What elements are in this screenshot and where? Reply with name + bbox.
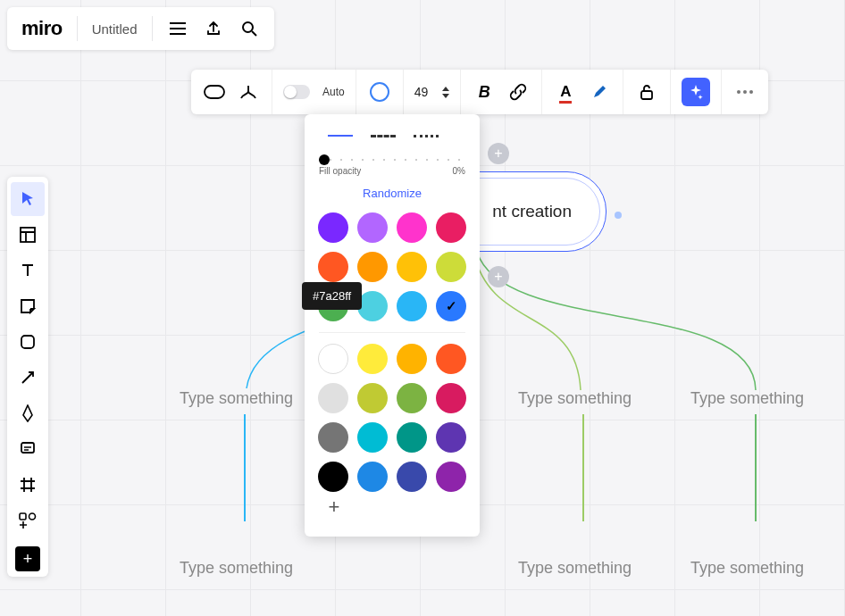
unlock-icon: [640, 84, 654, 100]
leaf-connector: [244, 414, 246, 521]
stroke-dashed[interactable]: [371, 129, 397, 143]
shape-rounded-button[interactable]: [202, 79, 227, 104]
auto-toggle[interactable]: [283, 85, 310, 99]
svg-rect-2: [641, 91, 652, 99]
shape-tool[interactable]: [11, 325, 45, 359]
arrow-tool[interactable]: [11, 361, 45, 395]
randomize-button[interactable]: Randomize: [319, 187, 465, 200]
color-swatch-purple[interactable]: [357, 212, 388, 243]
border-color-button[interactable]: [367, 79, 392, 104]
svg-rect-1: [205, 86, 224, 98]
template-tool[interactable]: [11, 218, 45, 252]
opacity-value: 0%: [453, 166, 465, 176]
opacity-label: Fill opacity: [319, 166, 361, 176]
color-swatch-amber[interactable]: [397, 252, 427, 282]
link-button[interactable]: [506, 79, 531, 104]
mindmap-leaf[interactable]: Type something: [518, 559, 632, 578]
mindmap-leaf[interactable]: Type something: [180, 559, 293, 578]
text-tool[interactable]: [11, 254, 45, 287]
mindmap-leaf[interactable]: Type something: [518, 389, 632, 408]
text-color-button[interactable]: A: [553, 79, 578, 104]
search-button[interactable]: [233, 12, 265, 45]
color-swatch-grass[interactable]: [397, 383, 427, 413]
stroke-solid[interactable]: [328, 129, 355, 143]
color-swatch-dark-teal[interactable]: [397, 422, 427, 453]
stepper-up[interactable]: [442, 87, 449, 91]
add-node-top[interactable]: +: [488, 143, 509, 164]
svg-point-0: [243, 22, 253, 32]
svg-point-4: [743, 90, 747, 94]
svg-rect-6: [21, 228, 35, 242]
more-tools[interactable]: [11, 504, 45, 537]
color-swatch-navy[interactable]: [397, 462, 427, 492]
more-button[interactable]: [732, 79, 757, 104]
plus-icon: +: [23, 550, 33, 569]
frame-tool[interactable]: [11, 468, 45, 502]
mindmap-leaf[interactable]: Type something: [180, 389, 293, 408]
menu-button[interactable]: [162, 12, 194, 45]
mindmap-leaf[interactable]: Type something: [690, 559, 804, 578]
left-toolbar: +: [7, 177, 48, 577]
color-swatch-olive[interactable]: [357, 383, 388, 413]
miro-logo[interactable]: miro: [16, 17, 68, 40]
color-swatch-lime[interactable]: [436, 252, 466, 282]
lock-button[interactable]: [634, 79, 659, 104]
pen-tool[interactable]: [11, 396, 45, 430]
sparkle-icon: [688, 84, 704, 100]
export-button[interactable]: [197, 12, 230, 45]
color-panel: Fill opacity 0% Randomize +: [305, 114, 480, 537]
branch-icon: [239, 84, 257, 100]
plus-icon: +: [329, 495, 340, 519]
color-swatch-sky[interactable]: [357, 462, 388, 492]
add-node-bottom[interactable]: +: [488, 266, 509, 287]
color-swatch-magenta[interactable]: [397, 212, 427, 243]
shape-branch-button[interactable]: [236, 79, 261, 104]
rounded-rect-icon: [204, 85, 225, 99]
color-swatch-plum[interactable]: [436, 462, 466, 492]
opacity-slider[interactable]: [319, 159, 465, 161]
color-swatch-grey[interactable]: [318, 422, 348, 453]
export-icon: [205, 21, 222, 37]
divider: [152, 16, 153, 41]
font-size-value[interactable]: 49: [414, 85, 429, 99]
color-swatch-violet[interactable]: [318, 212, 348, 243]
format-toolbar: Auto 49 B A: [191, 70, 768, 114]
color-swatch-teal[interactable]: [357, 291, 388, 321]
color-swatch-light-blue[interactable]: [397, 291, 427, 321]
comment-icon: [20, 441, 36, 457]
svg-point-5: [749, 90, 753, 94]
color-swatch-rose[interactable]: [436, 383, 466, 413]
color-swatch-deep-orange[interactable]: [318, 252, 348, 282]
color-swatch-white[interactable]: [318, 344, 348, 374]
svg-rect-9: [20, 513, 26, 520]
divider: [77, 16, 78, 41]
ai-button[interactable]: [682, 78, 710, 106]
sticky-tool[interactable]: [11, 289, 45, 323]
color-swatch-black[interactable]: [318, 462, 348, 492]
color-swatch-gold[interactable]: [397, 344, 427, 374]
bold-button[interactable]: B: [472, 79, 497, 104]
mindmap-leaf[interactable]: Type something: [690, 389, 804, 408]
leaf-connector: [582, 414, 584, 521]
color-swatch-pink[interactable]: [436, 212, 466, 243]
arrow-icon: [20, 370, 36, 386]
highlight-button[interactable]: [587, 79, 612, 104]
color-swatch-yellow[interactable]: [357, 344, 388, 374]
color-swatch-indigo[interactable]: [436, 422, 466, 453]
color-swatch-red-orange[interactable]: [436, 344, 466, 374]
comment-tool[interactable]: [11, 432, 45, 466]
stepper-down[interactable]: [442, 94, 449, 98]
color-swatch-orange[interactable]: [357, 252, 388, 282]
svg-point-10: [29, 513, 36, 520]
board-title[interactable]: Untitled: [87, 21, 143, 37]
color-swatch-blue[interactable]: [436, 291, 466, 321]
color-swatch-light-grey[interactable]: [318, 383, 348, 413]
stroke-dotted[interactable]: [414, 129, 440, 143]
slider-thumb[interactable]: [319, 154, 330, 165]
highlighter-icon: [591, 84, 607, 100]
select-tool[interactable]: [11, 182, 45, 216]
add-tool-button[interactable]: +: [15, 546, 40, 571]
add-color-button[interactable]: +: [319, 492, 349, 522]
color-swatch-cyan[interactable]: [357, 422, 388, 453]
connection-handle[interactable]: [615, 212, 622, 219]
